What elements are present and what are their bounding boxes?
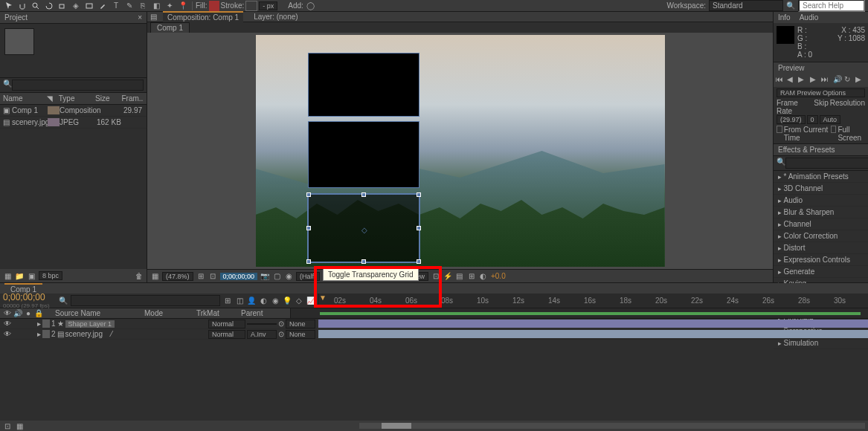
next-frame-icon[interactable]: ▶ (810, 75, 820, 85)
fast-preview-icon[interactable]: ⚡ (443, 272, 452, 281)
timeline-current-time[interactable]: 0;00;00;00 (3, 292, 50, 302)
ram-options-dropdown[interactable]: RAM Preview Options (777, 88, 865, 97)
exposure-value[interactable]: +0.0 (491, 272, 506, 280)
camera-tool-icon[interactable] (57, 1, 68, 11)
comp-mini-flowchart-icon[interactable]: ⊞ (223, 296, 232, 305)
prev-frame-icon[interactable]: ◀ (787, 75, 797, 85)
fill-swatch[interactable] (209, 1, 219, 11)
puppet-tool-icon[interactable]: 📍 (177, 1, 189, 11)
project-search-input[interactable] (12, 80, 144, 91)
resolution-dropdown[interactable]: (Half) (296, 272, 320, 281)
timeline-icon[interactable]: ▤ (455, 272, 464, 281)
pickwhip-icon[interactable]: ⊙ (278, 320, 284, 328)
guides-icon[interactable]: ⊡ (208, 272, 217, 281)
channel-icon[interactable]: ◉ (284, 272, 293, 281)
ram-preview-icon[interactable]: ▶ (855, 75, 866, 85)
motion-blur-icon[interactable]: ◉ (271, 296, 280, 305)
effects-category[interactable]: ▸ Distort (774, 242, 868, 254)
tab-layer[interactable]: Layer: (none) (249, 12, 302, 22)
full-screen-checkbox[interactable] (831, 126, 837, 133)
lock-col-icon[interactable]: 🔒 (34, 308, 43, 317)
workspace-dropdown[interactable]: Standard (709, 0, 783, 11)
clone-tool-icon[interactable]: ⎘ (137, 1, 149, 11)
eye-icon[interactable]: 👁 (3, 320, 12, 328)
tab-audio[interactable]: Audio (795, 12, 823, 23)
layer-name[interactable]: Shape Layer 1 (65, 320, 115, 328)
skip-value[interactable]: 0 (807, 115, 818, 124)
effects-category[interactable]: ▸ Expression Controls (774, 254, 868, 266)
effects-category[interactable]: ▸ Channel (774, 218, 868, 230)
col-size[interactable]: Size (95, 94, 121, 103)
col-mode[interactable]: Mode (141, 308, 193, 318)
eye-icon[interactable]: 👁 (3, 330, 12, 339)
render-queue-icon[interactable]: ▦ (15, 421, 24, 430)
grid-icon[interactable]: ⊞ (196, 272, 205, 281)
add-button-icon[interactable]: ◯ (305, 1, 317, 11)
auto-keyframe-icon[interactable]: ◇ (295, 296, 303, 305)
shape-rect-2[interactable] (308, 121, 419, 188)
eraser-tool-icon[interactable]: ◧ (150, 1, 162, 11)
magnification-dropdown[interactable]: (47.8%) (162, 272, 193, 281)
frame-blend-icon[interactable]: ◐ (259, 296, 268, 305)
new-comp-icon[interactable]: ▣ (27, 271, 36, 280)
reset-exposure-icon[interactable]: ◐ (479, 272, 488, 281)
draft3d-icon[interactable]: ◫ (235, 296, 244, 305)
show-snapshot-icon[interactable]: ▢ (272, 272, 281, 281)
composition-canvas[interactable]: ◇ (256, 35, 665, 267)
rotate-tool-icon[interactable] (43, 1, 55, 11)
audio-col-icon[interactable]: 🔊 (13, 308, 22, 317)
playhead-icon[interactable]: ▼ (319, 294, 327, 302)
project-item-comp[interactable]: ▣ Comp 1 Composition 29.97 (0, 105, 147, 117)
shy-icon[interactable]: 👤 (247, 296, 256, 305)
mode-dropdown[interactable]: Normal (208, 330, 245, 339)
mode-dropdown[interactable]: Normal (208, 320, 245, 328)
timeline-layer-row[interactable]: 👁 ▸ 1 ★ Shape Layer 1 Normal ⊙ None (0, 319, 868, 329)
timeline-search-input[interactable] (71, 295, 220, 306)
brush-tool-icon[interactable]: ✎ (123, 1, 135, 11)
zoom-slider[interactable] (359, 423, 865, 429)
col-type[interactable]: Type (59, 94, 95, 103)
tab-composition[interactable]: Composition: Comp 1 (163, 11, 243, 22)
trkmat-dropdown[interactable] (247, 323, 277, 325)
col-label-icon[interactable]: ◥ (47, 94, 59, 103)
graph-editor-icon[interactable]: 📈 (306, 296, 315, 305)
first-frame-icon[interactable]: ⏮ (776, 75, 786, 85)
pen-tool-icon[interactable] (97, 1, 109, 11)
effects-category[interactable]: ▸ Color Correction (774, 230, 868, 242)
flow-icon[interactable]: ▤ (150, 13, 157, 21)
hand-tool-icon[interactable] (16, 1, 28, 11)
col-trkmat[interactable]: TrkMat (193, 308, 238, 318)
play-icon[interactable]: ▶ (798, 75, 808, 85)
layer-duration-bar[interactable] (318, 320, 868, 328)
roto-tool-icon[interactable]: ✦ (164, 1, 176, 11)
preview-resolution-value[interactable]: Auto (820, 115, 841, 124)
eye-col-icon[interactable]: 👁 (3, 308, 12, 317)
parent-dropdown[interactable]: None (286, 320, 315, 328)
stroke-swatch[interactable] (245, 1, 257, 11)
tab-preview[interactable]: Preview (774, 62, 809, 74)
framerate-value[interactable]: (29.97) (777, 115, 806, 124)
col-source-name[interactable]: Source Name (52, 308, 141, 318)
col-name[interactable]: Name (3, 94, 47, 103)
shape-rect-1[interactable] (308, 53, 419, 117)
composition-viewport[interactable]: ◇ (147, 33, 773, 269)
effects-category[interactable]: ▸ Blur & Sharpen (774, 207, 868, 218)
pickwhip-icon[interactable]: ⊙ (278, 330, 284, 338)
effects-search-input[interactable] (785, 158, 868, 169)
layer-duration-bar[interactable] (318, 330, 868, 338)
last-frame-icon[interactable]: ⏭ (821, 75, 832, 85)
work-area-bar[interactable] (320, 312, 861, 315)
brainstorm-icon[interactable]: 💡 (283, 296, 292, 305)
timeline-ruler[interactable]: ▼ 02s04s06s08s10s12s14s16s18s20s22s24s26… (319, 294, 868, 308)
loop-icon[interactable]: ↻ (844, 75, 855, 85)
toggle-switches-icon[interactable]: ⊡ (3, 421, 12, 430)
rect-tool-icon[interactable] (83, 1, 95, 11)
parent-dropdown[interactable]: None (286, 330, 315, 339)
stroke-width[interactable]: - px (259, 1, 277, 10)
trash-icon[interactable]: 🗑 (135, 271, 144, 280)
shape-rect-3-selected[interactable]: ◇ (308, 194, 419, 262)
trkmat-dropdown[interactable]: A.Inv (247, 330, 277, 339)
timeline-layer-row[interactable]: 👁 ▸ 2 ▤ scenery.jpg ∕ Normal A.Inv ⊙ Non… (0, 329, 868, 340)
audio-icon[interactable]: 🔊 (833, 75, 843, 85)
effects-category[interactable]: ▸ Generate (774, 266, 868, 278)
